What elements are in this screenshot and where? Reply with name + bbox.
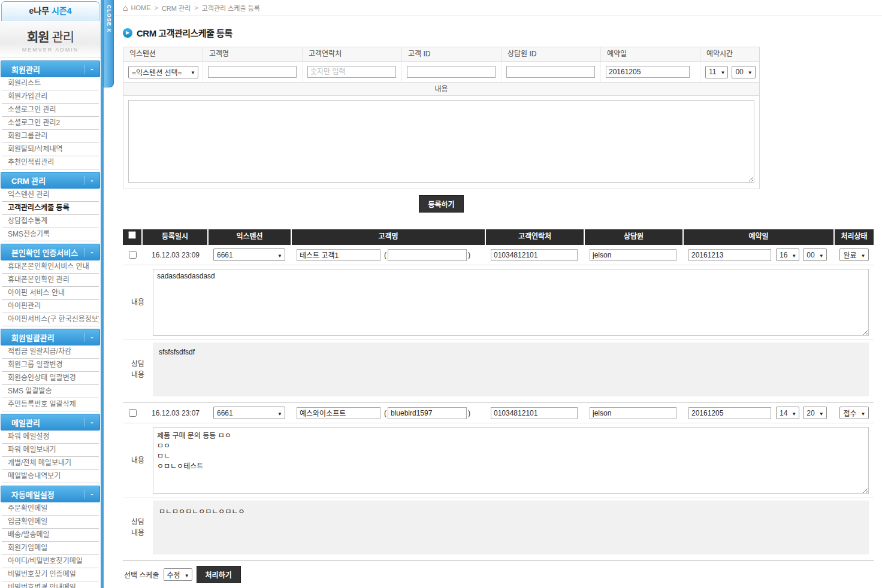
row-status-select[interactable]: 접수 [839,407,868,419]
sidebar-section-header[interactable]: CRM 관리- [1,172,100,189]
row-checkbox[interactable] [129,409,137,417]
sidebar-section-label: CRM 관리 [1,175,84,186]
row-customer-id-input[interactable] [388,249,467,261]
sidebar-item[interactable]: 배송/발송메일 [2,529,99,542]
sidebar-item[interactable]: 주문확인메일 [2,502,99,516]
sidebar-item[interactable]: 아이디/비밀번호찾기메일 [2,555,99,568]
collapse-icon[interactable]: - [84,333,99,342]
row-agent-input[interactable] [590,249,676,261]
sidebar-item[interactable]: 비밀번호찾기 인증메일 [2,568,99,581]
sidebar-item[interactable]: SMS전송기록 [2,228,99,241]
row-extension-select[interactable]: 6661 [213,248,285,261]
sidebar-item[interactable]: 회원리스트 [2,77,99,90]
row-contact-input[interactable] [491,407,578,419]
extension-select[interactable]: =익스텐션 선택= [128,66,198,78]
form-content-textarea[interactable] [128,100,754,183]
register-button[interactable]: 등록하기 [419,195,463,213]
sidebar-item[interactable]: 비밀번호변경 안내메일 [2,581,99,588]
sidebar-close-tab[interactable]: CLOSE X [104,0,114,87]
row-minute-value: 00 [807,251,814,259]
customer-name-input[interactable] [208,66,297,78]
col-header-datetime: 등록일시 [143,229,209,245]
sidebar-item[interactable]: 상담접수통계 [2,215,99,228]
sidebar-item[interactable]: 아이핀서비스(구 한국신용정보) [2,313,99,326]
reserve-date-input[interactable] [606,66,690,78]
contact-input[interactable] [307,66,396,78]
sidebar-item[interactable]: 개별/전체 메일보내기 [2,457,99,470]
sidebar-item[interactable]: 익스텐션 관리 [2,189,99,202]
sidebar-section-list: 익스텐션 관리고객관리스케줄 등록상담접수통계SMS전송기록 [0,189,101,241]
row-content-label: 내용 [123,269,153,336]
row-minute-select[interactable]: 20 [803,407,826,419]
select-all-checkbox[interactable] [128,231,136,239]
sidebar-item[interactable]: 파워 메일설정 [2,431,99,444]
schedule-action-select[interactable]: 수정 [164,568,192,581]
sidebar-section-header[interactable]: 자동메일설정- [1,486,100,502]
customer-id-input[interactable] [407,66,496,78]
process-button[interactable]: 처리하기 [197,566,241,583]
sidebar-item[interactable]: 주민등록번호 일괄삭제 [2,398,99,411]
home-icon: ⌂ [123,4,128,12]
sidebar-item[interactable]: 아이핀 서비스 안내 [2,287,99,300]
sidebar-section-header[interactable]: 본인확인 인증서비스- [1,244,100,260]
row-name-input[interactable] [297,407,380,419]
hour-select[interactable]: 11 [705,66,728,78]
sidebar-item[interactable]: 소셜로그인 관리 [2,104,99,117]
collapse-icon[interactable]: - [84,65,99,74]
agent-id-input[interactable] [506,66,595,78]
row-date-input[interactable] [688,249,771,261]
collapse-icon[interactable]: - [84,176,99,185]
sidebar-section-list: 회원리스트회원가입관리소셜로그인 관리소셜로그인 관리2회원그룹관리회원탈퇴/삭… [0,77,101,169]
sidebar-section-header[interactable]: 회원관리- [1,60,100,77]
sidebar-section-header[interactable]: 회원일괄관리- [1,329,100,345]
row-hour-select[interactable]: 16 [776,248,799,261]
row-content-textarea[interactable]: sadasdasdasdasd [153,269,869,336]
collapse-icon[interactable]: - [84,248,99,257]
sidebar-item[interactable]: 적립금 일괄지급/차감 [2,345,99,359]
sidebar-item[interactable]: 회원그룹관리 [2,130,99,143]
row-contact-input[interactable] [491,249,578,261]
row-minute-select[interactable]: 00 [803,248,826,261]
col-header-agent: 상담원 [585,229,684,245]
collapse-icon[interactable]: - [84,490,99,499]
row-agent-input[interactable] [590,407,676,419]
row-date-input[interactable] [688,407,771,419]
row-extension-select[interactable]: 6661 [213,407,285,419]
sidebar-item[interactable]: 고객관리스케줄 등록 [2,202,99,215]
collapse-icon[interactable]: - [84,418,99,427]
sidebar-item[interactable]: 파워 메일보내기 [2,444,99,457]
paren-close: ) [468,251,470,259]
sidebar-item[interactable]: 회원가입관리 [2,90,99,104]
schedule-action-value: 수정 [167,569,180,580]
breadcrumb-crm[interactable]: CRM 관리 [162,3,191,13]
row-checkbox[interactable] [129,251,137,259]
sidebar-item[interactable]: 회원가입메일 [2,542,99,555]
sidebar-item[interactable]: 휴대폰본인확인 관리 [2,274,99,287]
sidebar-item[interactable]: 회원탈퇴/삭제내역 [2,143,99,156]
sidebar-item[interactable]: 회원그룹 일괄변경 [2,359,99,372]
row-consult-block: 상담 내용 sfsfsfsdfsdf [123,340,874,402]
form-header-agent-id: 상담원 ID [502,47,601,62]
breadcrumb-home[interactable]: HOME [131,4,150,11]
row-name-input[interactable] [297,249,380,261]
row-hour-select[interactable]: 14 [776,407,799,419]
sidebar-item[interactable]: 메일발송내역보기 [2,470,99,483]
row-content-textarea[interactable]: 제품 구매 문의 등등 ㅁㅇ ㅁㅇ ㅁㄴ ㅇㅁㄴㅇ테스트 [153,427,869,494]
row-status-select[interactable]: 완료 [839,248,868,261]
col-header-status: 처리상태 [835,229,874,245]
sidebar-item[interactable]: 아이핀관리 [2,300,99,313]
sidebar-section-header[interactable]: 메일관리- [1,414,100,431]
footer-label: 선택 스케줄 [124,569,159,580]
sidebar-item[interactable]: 추천인적립관리 [2,156,99,169]
row-customer-id-input[interactable] [388,407,467,419]
sidebar-item[interactable]: SMS 일괄발송 [2,385,99,398]
sidebar-item[interactable]: 휴대폰본인확인서비스 안내 [2,260,99,274]
breadcrumb-current: 고객관리 스케줄 등록 [202,3,260,13]
register-form: 익스텐션 고객명 고객연락처 고객 ID 상담원 ID 예약일 예약시간 =익스… [123,47,760,189]
form-header-reserve-date: 예약일 [601,47,700,62]
sidebar-item[interactable]: 입금확인메일 [2,516,99,529]
minute-select[interactable]: 00 [732,66,755,78]
sidebar-item[interactable]: 소셜로그인 관리2 [2,117,99,130]
sidebar-item[interactable]: 회원승인상태 일괄변경 [2,372,99,385]
row-extension-value: 6661 [217,409,233,417]
